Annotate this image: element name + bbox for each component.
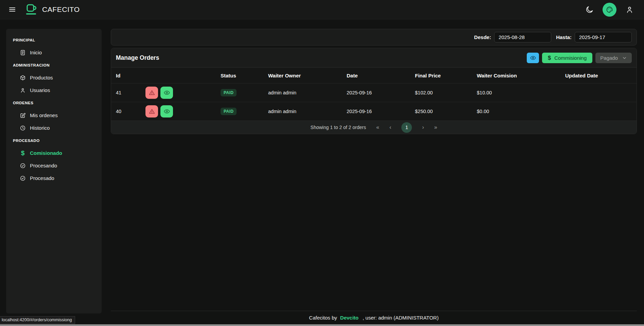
- commisioning-button[interactable]: $ Commisioning: [542, 53, 592, 63]
- clock-icon: [20, 125, 26, 131]
- table-header-row: Id Status Waiter Owner Date Final Price …: [111, 68, 637, 83]
- order-id: 40: [116, 109, 145, 114]
- sidebar-item-comisionado[interactable]: $ Comisionado: [6, 147, 102, 159]
- waiter-owner: admin admin: [268, 109, 347, 114]
- eye-icon: [163, 108, 170, 115]
- dollar-icon: $: [548, 55, 551, 61]
- package-box-icon: [20, 75, 26, 81]
- sidebar-item-historico[interactable]: Historico: [6, 122, 102, 134]
- col-header-updated-date: Updated Date: [565, 73, 637, 78]
- pagination-bar: Showing 1 to 2 of 2 orders « ‹ 1 › »: [111, 121, 637, 134]
- pagination-last-button[interactable]: »: [434, 124, 437, 130]
- brand: CAFECITO: [25, 3, 80, 16]
- user-icon: [20, 87, 26, 93]
- sidebar-item-inicio[interactable]: Inicio: [6, 46, 102, 59]
- sidebar-item-label: Mis ordenes: [30, 112, 58, 118]
- status-badge: PAID: [221, 108, 237, 115]
- sidebar-item-procesando[interactable]: Procesando: [6, 159, 102, 172]
- waiter-comision: $0.00: [477, 109, 565, 114]
- row-actions: [145, 87, 221, 99]
- date-filter-bar: Desde: Hasta:: [111, 29, 637, 46]
- navbar-actions: [585, 3, 634, 17]
- pagination-current-page[interactable]: 1: [401, 122, 412, 133]
- dark-mode-moon-icon[interactable]: [585, 5, 594, 14]
- col-header-id: Id: [116, 73, 145, 78]
- window-bottom-edge: [0, 324, 644, 326]
- warning-button[interactable]: [145, 105, 158, 117]
- hasta-label: Hasta:: [556, 34, 572, 40]
- sidebar-section-ordenes: ORDENES: [6, 96, 102, 109]
- top-navbar: CAFECITO: [0, 0, 644, 19]
- check-circle-icon: [20, 163, 26, 169]
- pagination-first-button[interactable]: «: [376, 124, 379, 130]
- sidebar-item-usuarios[interactable]: Usuarios: [6, 84, 102, 96]
- sidebar-item-label: Productos: [30, 75, 53, 80]
- check-circle-icon: [20, 175, 26, 181]
- hasta-date-input[interactable]: [575, 32, 632, 42]
- view-order-button[interactable]: [160, 87, 173, 99]
- col-header-status: Status: [221, 73, 268, 78]
- waiter-owner: admin admin: [268, 90, 347, 95]
- warning-triangle-icon: [149, 89, 155, 96]
- commisioning-label: Commisioning: [554, 55, 587, 61]
- footer-user-text: , user: admin (ADMINISTRATOR): [363, 315, 439, 321]
- col-header-waiter-comision: Waiter Comision: [477, 73, 565, 78]
- page-title: Manage Orders: [116, 54, 159, 61]
- orders-card: Manage Orders $ Commisioning Pagado: [111, 48, 637, 134]
- sidebar-item-label: Inicio: [30, 50, 42, 55]
- hamburger-menu-icon[interactable]: [8, 5, 16, 14]
- eye-icon: [530, 55, 536, 61]
- pagado-label: Pagado: [600, 55, 618, 61]
- view-order-button[interactable]: [160, 105, 173, 117]
- sidebar-item-mis-ordenes[interactable]: Mis ordenes: [6, 109, 102, 122]
- table-row: 40 PAID admin admin 2025-09-16 $250.00 $…: [111, 102, 637, 121]
- sidebar-section-principal: PRINCIPAL: [6, 34, 102, 46]
- eye-icon: [163, 89, 170, 96]
- sidebar-item-label: Comisionado: [30, 150, 62, 156]
- footer-text: Cafecitos by: [309, 315, 337, 321]
- order-date: 2025-09-16: [347, 90, 415, 95]
- orders-actions: $ Commisioning Pagado: [527, 53, 632, 63]
- pagination-summary: Showing 1 to 2 of 2 orders: [311, 125, 366, 130]
- journal-icon: [20, 50, 26, 56]
- sidebar-section-procesado: PROCESADO: [6, 134, 102, 147]
- sidebar: PRINCIPAL Inicio ADMINISTRACION Producto…: [6, 29, 102, 313]
- sidebar-item-label: Procesando: [30, 163, 57, 168]
- col-header-date: Date: [347, 73, 415, 78]
- final-price: $250.00: [415, 109, 477, 114]
- desde-date-input[interactable]: [494, 32, 551, 42]
- coffee-cup-logo-icon: [25, 3, 39, 16]
- sidebar-item-label: Historico: [30, 125, 50, 131]
- order-date: 2025-09-16: [347, 109, 415, 114]
- final-price: $102.00: [415, 90, 477, 95]
- order-id: 41: [116, 90, 145, 95]
- view-toggle-button[interactable]: [527, 53, 539, 63]
- col-header-final-price: Final Price: [415, 73, 477, 78]
- devcito-link[interactable]: Devcito: [340, 315, 359, 321]
- sidebar-item-label: Usuarios: [30, 87, 50, 93]
- col-header-waiter-owner: Waiter Owner: [268, 73, 347, 78]
- warning-triangle-icon: [149, 108, 155, 115]
- user-profile-icon[interactable]: [625, 5, 634, 14]
- desde-label: Desde:: [474, 34, 491, 40]
- orders-header: Manage Orders $ Commisioning Pagado: [111, 48, 637, 68]
- chevron-down-icon: [622, 55, 627, 60]
- row-actions: [145, 105, 221, 117]
- status-url-tooltip: localhost:4200/#/orders/commissiong: [0, 316, 75, 324]
- brand-title: CAFECITO: [42, 5, 80, 14]
- sidebar-item-productos[interactable]: Productos: [6, 71, 102, 84]
- sidebar-item-procesado[interactable]: Procesado: [6, 172, 102, 184]
- pagination-next-button[interactable]: ›: [422, 124, 424, 130]
- status-badge: PAID: [221, 89, 237, 96]
- sidebar-item-label: Procesado: [30, 175, 54, 181]
- footer: Cafecitos byDevcito, user: admin (ADMINI…: [111, 311, 637, 321]
- edit-pencil-icon: [20, 112, 26, 119]
- waiter-comision: $10.00: [477, 90, 565, 95]
- pagination-prev-button[interactable]: ‹: [389, 124, 391, 130]
- pagado-dropdown[interactable]: Pagado: [595, 53, 632, 63]
- table-row: 41 PAID admin admin 2025-09-16 $102.00 $…: [111, 83, 637, 102]
- main-content: Desde: Hasta: Manage Orders $ Commisioni…: [111, 29, 637, 326]
- sidebar-section-administracion: ADMINISTRACION: [6, 59, 102, 71]
- warning-button[interactable]: [145, 87, 158, 99]
- theme-palette-button[interactable]: [603, 3, 616, 17]
